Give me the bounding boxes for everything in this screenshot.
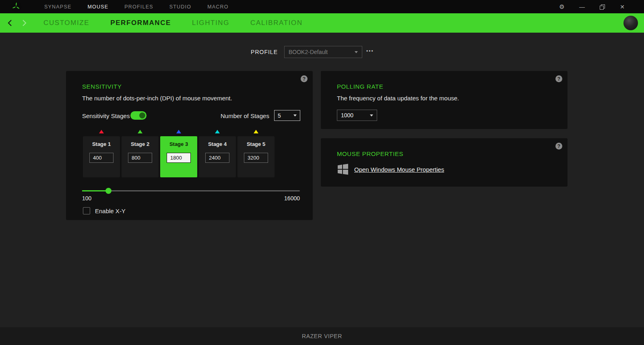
titlebar: SYNAPSE MOUSE PROFILES STUDIO MACRO ⚙ — … [0,0,644,13]
forward-button[interactable] [19,13,30,33]
number-of-stages-dropdown[interactable]: 5 [274,110,300,121]
restore-icon [600,4,605,9]
help-icon[interactable]: ? [301,75,308,82]
stage-5-marker-icon [254,130,258,133]
stage-2-column: Stage 2 [122,130,159,177]
polling-rate-title: POLLING RATE [337,83,383,90]
slider-min-label: 100 [82,195,91,202]
stage-1-box[interactable]: Stage 1 [83,136,120,177]
gear-icon: ⚙ [559,3,564,10]
mouse-properties-title: MOUSE PROPERTIES [337,150,403,157]
stage-2-marker-icon [138,130,142,133]
help-icon[interactable]: ? [555,75,562,82]
back-button[interactable] [4,13,15,33]
stage-3-column: Stage 3 [160,130,197,177]
nav-mouse[interactable]: MOUSE [87,4,108,10]
stage-4-dpi-input[interactable] [205,153,229,163]
stage-1-column: Stage 1 [83,130,120,177]
stage-3-dpi-input[interactable] [167,153,191,163]
sensitivity-title: SENSITIVITY [82,83,122,90]
settings-button[interactable]: ⚙ [552,0,572,13]
close-button[interactable]: ✕ [612,0,632,13]
close-icon: ✕ [620,4,625,10]
profile-dropdown[interactable]: BOOK2-Default [284,46,362,58]
polling-rate-description: The frequency of data updates for the mo… [337,95,459,102]
minimize-icon: — [579,4,585,10]
mouse-properties-card: ? MOUSE PROPERTIES Open Windows Mouse Pr… [321,138,568,187]
sensitivity-stages-toggle[interactable] [130,111,147,120]
stage-2-dpi-input[interactable] [128,153,152,163]
tab-customize[interactable]: CUSTOMIZE [43,19,89,27]
dpi-stages: Stage 1 Stage 2 Stage 3 [83,130,275,177]
dpi-slider[interactable] [82,188,300,193]
profile-label: PROFILE [225,49,278,55]
stage-4-box[interactable]: Stage 4 [199,136,236,177]
subnav: CUSTOMIZE PERFORMANCE LIGHTING CALIBRATI… [0,13,644,33]
stage-1-dpi-input[interactable] [89,153,114,163]
windows-logo-icon [337,163,349,175]
stage-4-column: Stage 4 [199,130,236,177]
slider-fill [82,190,109,191]
sensitivity-description: The number of dots-per-inch (DPI) of mou… [82,95,232,102]
stage-2-label: Stage 2 [131,141,149,147]
enable-xy-checkbox[interactable] [83,207,90,214]
chevron-down-icon [355,51,358,53]
stage-3-marker-icon [176,130,181,133]
nav-synapse[interactable]: SYNAPSE [44,4,71,10]
profile-selected-value: BOOK2-Default [289,49,328,55]
chevron-down-icon [293,114,297,116]
slider-labels: 100 16000 [82,195,300,202]
chevron-right-icon [22,19,27,27]
minimize-button[interactable]: — [572,0,592,13]
stage-5-dpi-input[interactable] [244,153,268,163]
nav-profiles[interactable]: PROFILES [124,4,153,10]
stage-4-label: Stage 4 [208,141,227,147]
maximize-button[interactable] [592,0,612,13]
stage-3-box[interactable]: Stage 3 [160,136,197,177]
sensitivity-stages-label: Sensitivity Stages [82,112,130,119]
slider-track[interactable] [82,190,300,191]
tab-calibration[interactable]: CALIBRATION [250,19,303,27]
avatar[interactable] [623,16,638,30]
device-bar: RAZER VIPER [0,327,644,345]
chevron-left-icon [8,19,12,27]
stage-5-box[interactable]: Stage 5 [237,136,275,177]
number-of-stages-value: 5 [278,112,281,119]
nav-studio[interactable]: STUDIO [169,4,191,10]
profile-more-button[interactable]: ••• [366,48,374,54]
slider-max-label: 16000 [284,195,300,202]
chevron-down-icon [370,114,373,116]
stage-1-label: Stage 1 [92,141,111,147]
window-controls: ⚙ — ✕ [552,0,632,13]
device-name: RAZER VIPER [302,333,342,339]
razer-logo-icon[interactable] [11,1,21,12]
tab-performance[interactable]: PERFORMANCE [110,19,171,27]
stage-3-label: Stage 3 [169,141,188,147]
mouse-properties-row: Open Windows Mouse Properties [337,163,444,175]
tab-lighting[interactable]: LIGHTING [192,19,229,27]
stage-5-label: Stage 5 [247,141,265,147]
device-tabs: CUSTOMIZE PERFORMANCE LIGHTING CALIBRATI… [43,19,303,27]
stage-1-marker-icon [99,130,104,133]
toggle-knob [139,112,145,118]
polling-rate-card: ? POLLING RATE The frequency of data upd… [321,71,568,129]
stage-2-box[interactable]: Stage 2 [122,136,159,177]
razer-synapse-window: SYNAPSE MOUSE PROFILES STUDIO MACRO ⚙ — … [0,0,644,345]
open-windows-mouse-properties-link[interactable]: Open Windows Mouse Properties [354,166,444,173]
top-nav: SYNAPSE MOUSE PROFILES STUDIO MACRO [44,0,229,13]
nav-macro[interactable]: MACRO [207,4,229,10]
stage-4-marker-icon [215,130,220,133]
polling-rate-value: 1000 [341,112,353,118]
help-icon[interactable]: ? [555,143,562,150]
number-of-stages-label: Number of Stages [221,112,269,119]
stage-5-column: Stage 5 [237,130,275,177]
enable-xy-row: Enable X-Y [83,207,126,214]
sensitivity-card: ? SENSITIVITY The number of dots-per-inc… [66,71,313,220]
polling-rate-dropdown[interactable]: 1000 [337,110,377,121]
slider-thumb[interactable] [105,188,111,194]
enable-xy-label: Enable X-Y [95,208,126,214]
